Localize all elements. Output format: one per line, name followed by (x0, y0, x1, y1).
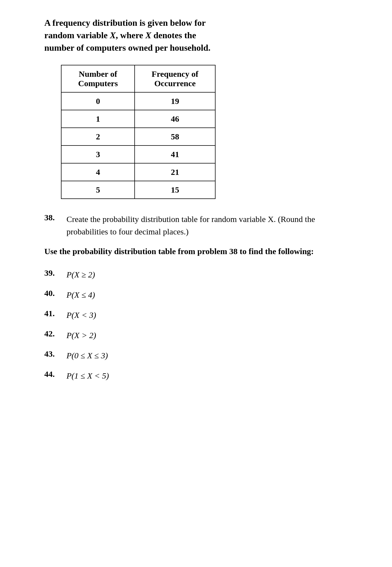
frequency-cell: 41 (135, 145, 215, 163)
table-row: 1 46 (61, 110, 215, 128)
computers-cell: 4 (61, 163, 135, 181)
problem-expr-39: P(X ≥ 2) (66, 268, 95, 281)
frequency-cell: 19 (135, 92, 215, 110)
computers-cell: 1 (61, 110, 135, 128)
frequency-cell: 58 (135, 128, 215, 145)
problem-40: 40. P(X ≤ 4) (44, 288, 348, 301)
problem-43: 43. P(0 ≤ X ≤ 3) (44, 349, 348, 362)
table-row: 2 58 (61, 128, 215, 145)
problem-expr-40: P(X ≤ 4) (66, 288, 95, 301)
computers-cell: 3 (61, 145, 135, 163)
problem-39: 39. P(X ≥ 2) (44, 268, 348, 281)
problem-expr-41: P(X < 3) (66, 309, 96, 321)
problem-number-40: 40. (44, 288, 66, 298)
problem-38: 38. Create the probability distribution … (44, 213, 348, 238)
problem-38-text: Create the probability distribution tabl… (66, 213, 348, 238)
computers-cell: 0 (61, 92, 135, 110)
col-header-computers: Number ofComputers (61, 65, 135, 92)
frequency-cell: 15 (135, 181, 215, 199)
table-row: 3 41 (61, 145, 215, 163)
problem-38-number: 38. (44, 213, 66, 222)
problem-number-42: 42. (44, 329, 66, 338)
problem-number-43: 43. (44, 349, 66, 359)
problem-44: 44. P(1 ≤ X < 5) (44, 369, 348, 382)
problem-expr-42: P(X > 2) (66, 329, 96, 341)
frequency-cell: 46 (135, 110, 215, 128)
table-row: 0 19 (61, 92, 215, 110)
problem-expr-43: P(0 ≤ X ≤ 3) (66, 349, 108, 362)
use-prob-heading: Use the probability distribution table f… (44, 246, 348, 257)
problem-expr-44: P(1 ≤ X < 5) (66, 369, 109, 382)
computers-cell: 5 (61, 181, 135, 199)
intro-text: A frequency distribution is given below … (44, 17, 348, 54)
computers-cell: 2 (61, 128, 135, 145)
problem-number-44: 44. (44, 369, 66, 379)
problem-number-41: 41. (44, 309, 66, 318)
problem-42: 42. P(X > 2) (44, 329, 348, 341)
table-row: 5 15 (61, 181, 215, 199)
problem-41: 41. P(X < 3) (44, 309, 348, 321)
frequency-cell: 21 (135, 163, 215, 181)
table-row: 4 21 (61, 163, 215, 181)
frequency-distribution-table: Number ofComputers Frequency ofOccurrenc… (61, 65, 216, 199)
col-header-frequency: Frequency ofOccurrence (135, 65, 215, 92)
problem-number-39: 39. (44, 268, 66, 278)
